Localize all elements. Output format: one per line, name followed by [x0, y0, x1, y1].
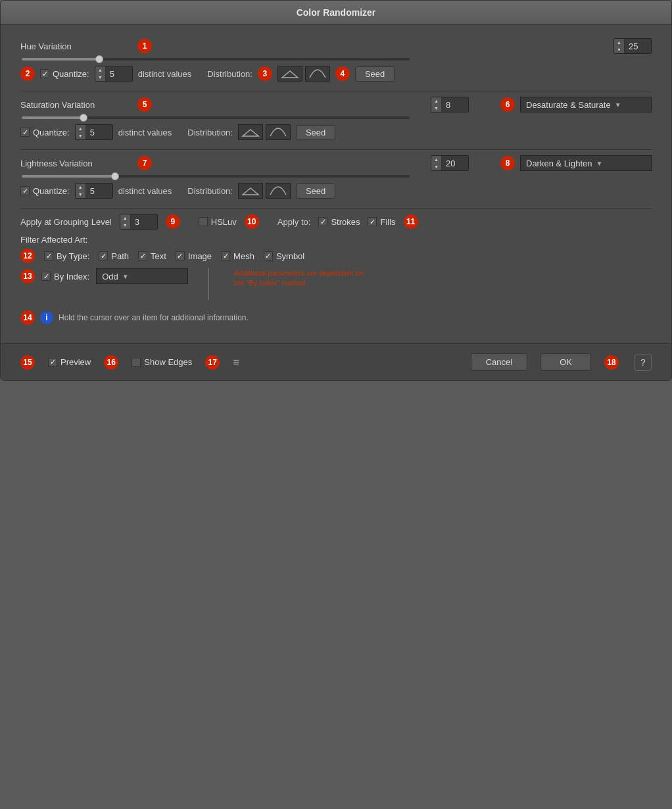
hue-quantize-spinbox[interactable]: ▲ ▼ 5 — [95, 66, 133, 82]
hue-quantize-arrows[interactable]: ▲ ▼ — [95, 66, 106, 81]
grouping-down[interactable]: ▼ — [120, 222, 130, 229]
hue-quantize-down[interactable]: ▼ — [95, 74, 105, 81]
ok-button[interactable]: OK — [540, 353, 591, 371]
show-edges-checkbox-label[interactable]: Show Edges — [132, 357, 192, 367]
preview-checkbox-label[interactable]: Preview — [48, 357, 91, 367]
bracket-line — [208, 268, 209, 300]
sat-slider-fill — [22, 116, 84, 119]
light-quantize-spinbox[interactable]: ▲ ▼ 5 — [75, 183, 113, 199]
title-bar: Color Randomizer — [1, 1, 671, 25]
sat-quantize-row: Quantize: ▲ ▼ 5 distinct values Distribu… — [20, 124, 652, 140]
show-edges-checkbox[interactable] — [132, 358, 141, 367]
light-mode-dropdown[interactable]: Darken & Lighten ▼ — [520, 155, 652, 171]
grouping-arrows[interactable]: ▲ ▼ — [120, 214, 131, 229]
badge14: 14 — [20, 310, 35, 325]
sat-dist-flat[interactable] — [238, 124, 263, 140]
badge12: 12 — [20, 249, 35, 263]
light-up[interactable]: ▲ — [431, 156, 441, 163]
sat-seed-button[interactable]: Seed — [296, 125, 335, 140]
sat-quantize-checkbox[interactable] — [20, 128, 30, 137]
light-arrows[interactable]: ▲ ▼ — [431, 156, 442, 170]
sat-up[interactable]: ▲ — [431, 97, 441, 105]
light-slider-fill — [22, 175, 115, 178]
path-checkbox-label[interactable]: Path — [99, 251, 129, 261]
light-quantize-checkbox[interactable] — [20, 186, 30, 195]
by-type-row: 12 By Type: Path Text Image — [20, 249, 652, 263]
hue-spinbox[interactable]: ▲ ▼ 25 — [613, 38, 652, 54]
by-type-checkbox[interactable] — [44, 251, 53, 260]
light-q-arrows[interactable]: ▲ ▼ — [76, 184, 86, 198]
sat-arrows[interactable]: ▲ ▼ — [431, 97, 442, 112]
hue-quantize-checkbox[interactable] — [40, 69, 49, 78]
light-slider-thumb[interactable] — [111, 172, 119, 180]
preview-checkbox[interactable] — [48, 358, 57, 367]
image-checkbox-label[interactable]: Image — [176, 251, 212, 261]
hue-dist-flat[interactable] — [277, 66, 302, 82]
light-seed-button[interactable]: Seed — [296, 184, 335, 199]
light-q-value: 5 — [86, 184, 112, 198]
list-icon[interactable]: ≡ — [233, 356, 239, 368]
by-index-checkbox[interactable] — [41, 272, 51, 281]
sat-mode-dropdown[interactable]: Desaturate & Saturate ▼ — [520, 97, 652, 112]
sat-q-down[interactable]: ▼ — [76, 132, 85, 139]
fills-checkbox[interactable] — [368, 217, 377, 226]
text-checkbox[interactable] — [138, 251, 147, 260]
path-checkbox[interactable] — [99, 251, 108, 260]
sat-q-arrows[interactable]: ▲ ▼ — [76, 125, 86, 139]
cancel-button[interactable]: Cancel — [471, 353, 527, 371]
light-q-down[interactable]: ▼ — [76, 191, 85, 198]
light-quantize-checkbox-label[interactable]: Quantize: — [20, 186, 70, 196]
hsluv-label: HSLuv — [211, 217, 237, 227]
image-label: Image — [188, 251, 212, 261]
hue-down-arrow[interactable]: ▼ — [614, 46, 624, 53]
sat-dist-bell[interactable] — [266, 124, 291, 140]
symbol-checkbox-label[interactable]: Symbol — [264, 251, 304, 261]
light-down[interactable]: ▼ — [431, 163, 441, 170]
strokes-checkbox-label[interactable]: Strokes — [318, 217, 360, 227]
hue-quantize-up[interactable]: ▲ — [95, 66, 105, 74]
symbol-label: Symbol — [276, 251, 304, 261]
hue-quantize-checkbox-label[interactable]: Quantize: — [40, 69, 89, 79]
symbol-checkbox[interactable] — [264, 251, 273, 260]
sat-quantize-checkbox-label[interactable]: Quantize: — [20, 128, 70, 137]
grouping-up[interactable]: ▲ — [120, 214, 130, 222]
by-index-checkbox-label[interactable]: By Index: — [41, 272, 89, 282]
light-slider[interactable] — [22, 175, 410, 178]
light-q-up[interactable]: ▲ — [76, 184, 85, 191]
grouping-spinbox[interactable]: ▲ ▼ 3 — [120, 214, 158, 230]
by-index-dropdown[interactable]: Odd ▼ — [96, 268, 188, 284]
path-label: Path — [111, 251, 129, 261]
hue-slider-thumb[interactable] — [95, 55, 103, 63]
sat-slider[interactable] — [22, 116, 410, 119]
sat-quantize-spinbox[interactable]: ▲ ▼ 5 — [75, 124, 113, 140]
mesh-checkbox[interactable] — [221, 251, 230, 260]
sat-spinbox[interactable]: ▲ ▼ 8 — [431, 97, 469, 112]
additional-note-area: Additional parameters are dependent on t… — [208, 268, 366, 300]
strokes-checkbox[interactable] — [318, 217, 327, 226]
hue-dist-bell[interactable] — [305, 66, 330, 82]
sat-q-up[interactable]: ▲ — [76, 125, 85, 132]
by-type-checkbox-label[interactable]: By Type: — [44, 251, 89, 261]
badge16: 16 — [104, 355, 118, 370]
image-checkbox[interactable] — [176, 251, 185, 260]
fills-label: Fills — [380, 217, 395, 227]
light-dist-flat[interactable] — [238, 183, 263, 199]
fills-checkbox-label[interactable]: Fills — [368, 217, 395, 227]
text-checkbox-label[interactable]: Text — [138, 251, 166, 261]
hsluv-checkbox-label[interactable]: HSLuv — [199, 217, 237, 227]
sat-slider-thumb[interactable] — [80, 114, 87, 122]
hsluv-checkbox[interactable] — [199, 217, 208, 226]
hue-slider[interactable] — [22, 58, 410, 61]
light-dist-bell[interactable] — [266, 183, 291, 199]
help-button[interactable]: ? — [635, 354, 652, 371]
hue-seed-button[interactable]: Seed — [355, 66, 395, 82]
saturation-label: Saturation Variation — [20, 100, 132, 110]
hue-value: 25 — [625, 39, 651, 53]
grouping-row: Apply at Grouping Level ▲ ▼ 3 9 HSLuv 10… — [20, 214, 652, 230]
hue-arrows[interactable]: ▲ ▼ — [614, 39, 625, 53]
mesh-checkbox-label[interactable]: Mesh — [221, 251, 254, 261]
light-spinbox[interactable]: ▲ ▼ 20 — [431, 155, 469, 171]
sat-down[interactable]: ▼ — [431, 105, 441, 112]
hue-up-arrow[interactable]: ▲ — [614, 39, 624, 46]
lightness-section: Lightness Variation 7 ▲ ▼ 20 8 Darken & … — [20, 155, 652, 199]
